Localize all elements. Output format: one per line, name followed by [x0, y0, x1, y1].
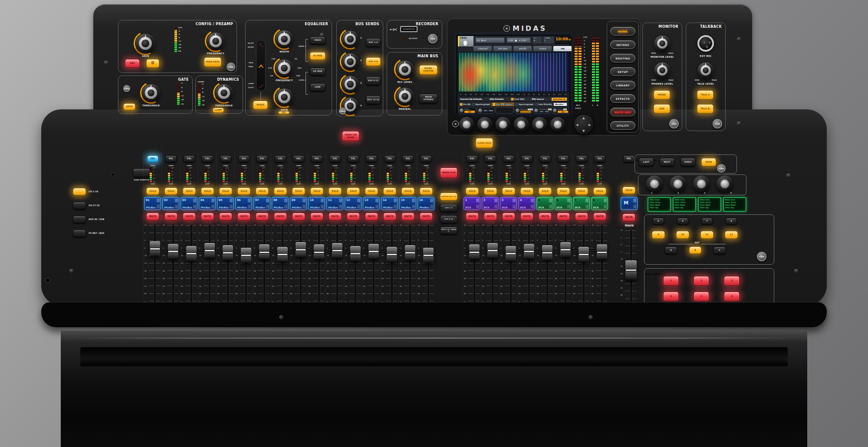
show-control-view-button[interactable]: VIEW	[717, 164, 726, 173]
assign-button[interactable]: 8	[726, 218, 737, 224]
show-control-button[interactable]: UNDO	[681, 158, 695, 166]
mute-button[interactable]: MUTE	[401, 213, 414, 220]
mute-button[interactable]: MUTE	[329, 213, 342, 220]
fader-cap[interactable]	[204, 243, 215, 258]
eq-frequency-knob[interactable]	[276, 59, 293, 77]
mute-button[interactable]: MUTE	[484, 213, 497, 220]
fader[interactable]: 10505102030405060∞	[536, 224, 554, 303]
eq-on-button[interactable]: EQ	[278, 111, 289, 114]
select-button[interactable]: SEL	[329, 155, 341, 162]
screen-encoder-4[interactable]	[514, 117, 529, 132]
menu-button[interactable]: EFFECTS	[610, 94, 635, 103]
main-select-button[interactable]: SEL	[623, 155, 635, 162]
mute-button[interactable]: MUTE	[219, 213, 232, 220]
fader-track[interactable]	[601, 225, 603, 302]
fader-cap[interactable]	[296, 242, 306, 257]
fader[interactable]: 10505102030405060∞	[554, 224, 572, 303]
mute-button[interactable]: MUTE	[539, 213, 552, 220]
monitor-mono-button[interactable]: MONO	[654, 90, 670, 99]
menu-button[interactable]: SETUP	[610, 67, 635, 76]
menu-button[interactable]: UTILITY	[610, 121, 635, 130]
fader[interactable]: 10505102030405060∞	[399, 224, 417, 303]
mute-button[interactable]: MUTE	[201, 213, 214, 220]
bus-bank-button[interactable]: BUS 9-12	[366, 76, 381, 85]
main-stereo-button[interactable]: MAIN STEREO	[419, 94, 437, 103]
phase-button[interactable]: Ø	[146, 59, 159, 68]
screen-encoder-1[interactable]	[459, 117, 474, 132]
assign-view-button[interactable]: VIEW	[757, 252, 766, 261]
solo-button[interactable]: SOLO	[520, 187, 533, 195]
fader-track[interactable]	[409, 225, 411, 302]
fader-track[interactable]	[245, 225, 247, 302]
assign-button[interactable]: 7	[701, 218, 713, 224]
fader[interactable]: 10505102030405060∞	[180, 224, 198, 303]
fader-track[interactable]	[583, 225, 585, 302]
select-button[interactable]: SEL	[184, 155, 195, 162]
fader-track[interactable]	[355, 225, 356, 302]
set-button[interactable]: B	[689, 247, 701, 254]
eq-band-button[interactable]: HI MID	[310, 52, 326, 60]
show-control-button[interactable]: NEXT	[660, 158, 674, 166]
nav-down-icon[interactable]: ▼	[582, 129, 585, 133]
mute-button[interactable]: MUTE	[146, 213, 159, 220]
screen-encoder-6[interactable]	[550, 117, 565, 132]
main-fader[interactable]: 10505102030405060∞	[620, 229, 638, 304]
solo-button[interactable]: SOLO	[201, 187, 214, 195]
fader-track[interactable]	[227, 225, 229, 302]
eq-band-button[interactable]: HIGH	[310, 36, 326, 44]
fader-cap[interactable]	[368, 244, 379, 259]
solo-button[interactable]: SOLO	[502, 187, 515, 195]
monitor-dim-button[interactable]: DIM	[654, 104, 670, 113]
fader-flip-button[interactable]: FADER FLIP	[440, 168, 457, 178]
bus-send-knob-3[interactable]	[342, 76, 358, 92]
assign-button[interactable]: 12	[725, 231, 738, 239]
solo-button[interactable]: SOLO	[292, 187, 305, 195]
solo-button[interactable]: SOLO	[466, 187, 479, 195]
mute-button[interactable]: MUTE	[365, 213, 378, 220]
mute-group-button[interactable]: 3	[724, 276, 740, 286]
mute-group-button[interactable]: 4	[663, 292, 679, 301]
mute-button[interactable]: MUTE	[420, 213, 433, 220]
assign-encoder-1[interactable]	[646, 176, 663, 192]
select-button[interactable]: SEL	[521, 155, 533, 162]
mute-button[interactable]: MUTE	[593, 213, 606, 220]
fader-track[interactable]	[391, 225, 393, 302]
eq-band-button[interactable]: LOW	[310, 83, 326, 91]
fader-track[interactable]	[209, 225, 210, 302]
solo-button[interactable]: SOLO	[593, 187, 606, 195]
fader-cap[interactable]	[314, 244, 324, 259]
gate-threshold-knob[interactable]	[142, 84, 160, 102]
mc-level-knob[interactable]	[396, 61, 414, 78]
fader[interactable]: 10505102030405060∞	[500, 224, 518, 303]
mute-button[interactable]: MUTE	[520, 213, 533, 220]
fader-track[interactable]	[492, 225, 493, 302]
clear-solo-button[interactable]: CLEAR SOLO	[476, 138, 493, 148]
solo-button[interactable]: SOLO	[575, 187, 588, 195]
fader-cap[interactable]	[168, 244, 178, 259]
fader[interactable]: 10505102030405060∞	[362, 224, 381, 303]
fader[interactable]: 10505102030405060∞	[591, 224, 609, 303]
mute-group-button[interactable]: 1	[663, 276, 679, 286]
fader-track[interactable]	[528, 225, 530, 302]
screen-encoder-3[interactable]	[496, 117, 510, 132]
select-button[interactable]: SEL	[594, 155, 605, 162]
select-button[interactable]: SEL	[311, 155, 322, 162]
fader-cap[interactable]	[350, 246, 361, 261]
fader[interactable]: 10505102030405060∞	[463, 224, 481, 303]
bus-bank-button[interactable]: BUS 5-8	[366, 57, 381, 66]
assign-encoder-4[interactable]	[717, 176, 733, 192]
fader-track[interactable]	[191, 225, 192, 302]
mute-button[interactable]: MUTE	[292, 213, 305, 220]
fader-cap[interactable]	[150, 241, 160, 256]
select-button[interactable]: SEL	[384, 155, 395, 162]
solo-button[interactable]: SOLO	[237, 187, 250, 195]
solo-button[interactable]: SOLO	[401, 187, 414, 195]
fader-track[interactable]	[546, 225, 548, 302]
assign-button[interactable]: 5	[653, 218, 664, 224]
mute-button[interactable]: MUTE	[347, 213, 360, 220]
recorder-view-button[interactable]: VIEW	[428, 34, 437, 43]
eq-width-knob[interactable]	[276, 30, 293, 48]
fader[interactable]: 10505102030405060∞	[518, 224, 536, 303]
fader-cap[interactable]	[241, 248, 251, 263]
headphone-jack[interactable]	[111, 173, 115, 176]
